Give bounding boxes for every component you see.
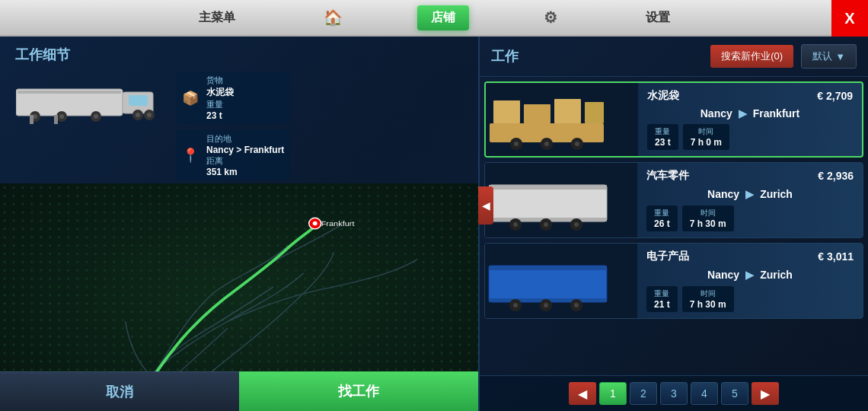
- cargo-label: 货物: [206, 75, 234, 86]
- page-2-button[interactable]: 2: [630, 382, 657, 405]
- job-stats-2: 重量 26 t 时间 7 h 30 m: [646, 206, 854, 231]
- weight-value-3: 21 t: [654, 299, 670, 310]
- page-3-button[interactable]: 3: [660, 382, 688, 405]
- svg-point-38: [513, 222, 518, 227]
- time-stat-3: 时间 7 h 30 m: [682, 286, 734, 312]
- svg-point-40: [544, 222, 548, 227]
- weight-label: 重量: [206, 99, 234, 110]
- top-navigation: 主菜单 🏠 店铺 ⚙ 设置 X: [0, 0, 868, 37]
- time-stat-2: 时间 7 h 30 m: [682, 206, 734, 231]
- svg-point-9: [94, 114, 98, 119]
- job-cargo-3: 电子产品: [646, 250, 689, 263]
- svg-point-31: [544, 142, 549, 146]
- job-card-thumb-1: [486, 83, 638, 156]
- next-page-button[interactable]: ▶: [752, 382, 779, 405]
- svg-point-47: [513, 303, 518, 307]
- svg-rect-27: [585, 102, 604, 123]
- svg-rect-24: [493, 100, 520, 123]
- box-trailer-svg: [485, 166, 637, 234]
- find-job-button[interactable]: 找工作: [239, 371, 478, 411]
- cancel-button[interactable]: 取消: [0, 371, 239, 411]
- weight-label-1: 重量: [655, 126, 670, 137]
- dest-icon: 📍: [182, 147, 199, 164]
- svg-point-13: [147, 113, 152, 117]
- close-button[interactable]: X: [831, 0, 868, 37]
- job-card-top-2: 汽车零件 € 2,936: [646, 169, 854, 183]
- right-header: 工作 搜索新作业(0) 默认 ▼: [480, 37, 868, 77]
- collapse-arrow-button[interactable]: ◀: [478, 186, 493, 225]
- sort-button[interactable]: 默认 ▼: [801, 44, 857, 68]
- dest-rows: 目的地 Nancy > Frankfurt 距离 351 km: [206, 133, 284, 177]
- job-card-info-1: 水泥袋 € 2,709 Nancy ▶ Frankfurt 重量 23 t: [638, 83, 862, 156]
- job-card-top-3: 电子产品 € 3,011: [646, 250, 854, 263]
- nav-shop[interactable]: 店铺: [417, 5, 469, 30]
- weight-stat-2: 重量 26 t: [646, 206, 678, 231]
- route-arrow-3: ▶: [745, 269, 754, 281]
- frankfurt-marker: Frankfurt: [309, 218, 355, 228]
- prev-page-button[interactable]: ◀: [569, 382, 596, 405]
- right-panel: 工作 搜索新作业(0) 默认 ▼: [480, 37, 868, 411]
- cargo-info: 📦 货物 水泥袋 重量 23 t: [176, 72, 290, 124]
- left-panel: 工作细节: [0, 37, 480, 411]
- job-card-3[interactable]: 电子产品 € 3,011 Nancy ▶ Zurich 重量 21 t: [484, 243, 863, 319]
- weight-stat-1: 重量 23 t: [647, 124, 678, 150]
- nav-main-menu[interactable]: 主菜单: [185, 5, 249, 30]
- time-value-3: 7 h 30 m: [690, 299, 726, 310]
- blue-trailer-svg: [485, 247, 637, 315]
- dest-info: 📍 目的地 Nancy > Frankfurt 距离 351 km: [176, 130, 290, 180]
- job-card-top-1: 水泥袋 € 2,709: [647, 89, 853, 103]
- svg-rect-26: [554, 99, 581, 123]
- left-panel-title: 工作细节: [0, 37, 478, 68]
- page-4-button[interactable]: 4: [691, 382, 718, 405]
- nav-settings[interactable]: 设置: [632, 5, 684, 30]
- job-from-1: Nancy: [700, 107, 732, 119]
- dist-value: 351 km: [206, 167, 284, 177]
- svg-point-7: [59, 114, 64, 119]
- weight-stat-3: 重量 21 t: [646, 286, 678, 312]
- svg-rect-44: [489, 266, 607, 270]
- job-to-3: Zurich: [760, 269, 793, 281]
- job-route-3: Nancy ▶ Zurich: [646, 269, 854, 281]
- weight-value-1: 23 t: [655, 137, 671, 148]
- time-value-1: 7 h 0 m: [691, 137, 722, 148]
- job-card-2[interactable]: 汽车零件 € 2,936 Nancy ▶ Zurich 重量 26 t: [484, 162, 863, 238]
- dest-value: Nancy > Frankfurt: [206, 145, 284, 155]
- time-label-3: 时间: [700, 288, 716, 299]
- cargo-icon: 📦: [182, 90, 199, 107]
- sort-chevron-icon: ▼: [835, 51, 845, 62]
- job-stats-1: 重量 23 t 时间 7 h 0 m: [647, 124, 853, 150]
- route-arrow-2: ▶: [745, 188, 754, 200]
- svg-rect-15: [54, 115, 58, 124]
- svg-rect-25: [524, 104, 550, 123]
- bottom-buttons: 取消 找工作: [0, 371, 478, 411]
- job-from-2: Nancy: [707, 188, 739, 200]
- nav-home[interactable]: 🏠: [310, 4, 356, 31]
- job-cargo-2: 汽车零件: [646, 169, 689, 183]
- time-label-2: 时间: [700, 208, 716, 218]
- job-card-thumb-2: [485, 163, 637, 237]
- sort-label: 默认: [812, 49, 832, 63]
- filter-label: 搜索新作业(0): [721, 49, 783, 63]
- job-card-1[interactable]: 水泥袋 € 2,709 Nancy ▶ Frankfurt 重量 23 t: [484, 81, 863, 158]
- pagination: ◀ 1 2 3 4 5 ▶: [480, 375, 868, 411]
- weight-label-3: 重量: [654, 288, 669, 299]
- page-5-button[interactable]: 5: [721, 382, 748, 405]
- weight-value: 23 t: [206, 110, 234, 121]
- job-card-thumb-3: [485, 244, 637, 318]
- svg-rect-34: [489, 185, 607, 221]
- svg-rect-43: [489, 266, 607, 302]
- nav-gear-icon[interactable]: ⚙: [530, 4, 571, 31]
- dist-label: 距离: [206, 155, 284, 167]
- svg-point-51: [574, 303, 579, 307]
- svg-point-49: [544, 303, 548, 307]
- time-stat-1: 时间 7 h 0 m: [683, 124, 729, 150]
- svg-rect-3: [129, 95, 148, 106]
- filter-button[interactable]: 搜索新作业(0): [710, 45, 793, 68]
- weight-value-2: 26 t: [654, 218, 670, 229]
- nav-items: 主菜单 🏠 店铺 ⚙ 设置: [0, 4, 868, 31]
- page-1-button[interactable]: 1: [599, 382, 627, 405]
- job-cargo-1: 水泥袋: [647, 89, 679, 103]
- job-from-3: Nancy: [707, 269, 739, 281]
- time-value-2: 7 h 30 m: [690, 218, 726, 229]
- job-to-2: Zurich: [760, 188, 793, 200]
